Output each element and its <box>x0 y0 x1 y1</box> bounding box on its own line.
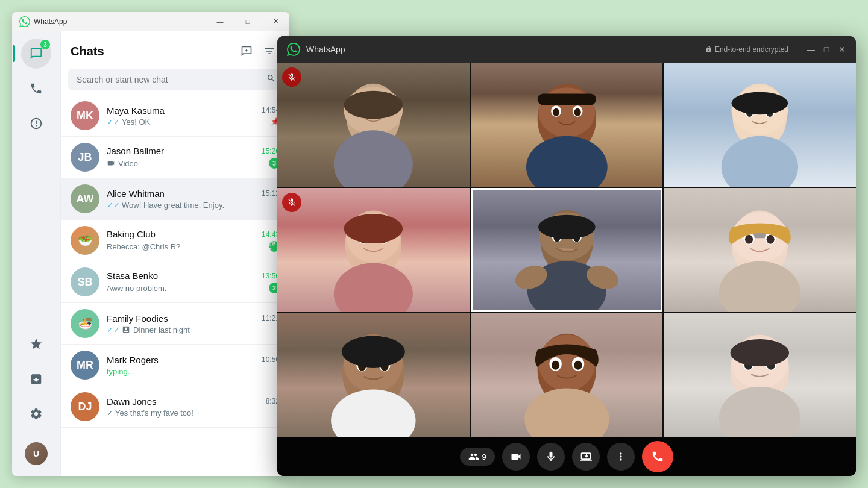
mute-indicator-1 <box>282 67 301 87</box>
participants-count[interactable]: 9 <box>460 448 494 466</box>
video-controls-bar: 9 <box>277 437 856 476</box>
chat-item-baking-club[interactable]: 🥗 Baking Club 14:43 Rebecca: @Chris R? @… <box>61 220 289 261</box>
video-cell-7 <box>277 313 470 437</box>
search-input[interactable] <box>68 69 282 90</box>
new-chat-icon <box>241 45 253 57</box>
participants-count-label: 9 <box>482 452 486 461</box>
svg-point-15 <box>526 136 608 187</box>
new-chat-button[interactable] <box>236 41 257 61</box>
baking-club-info: Baking Club 14:43 Rebecca: @Chris R? @ 1 <box>107 229 280 252</box>
sidebar-item-starred[interactable] <box>21 329 51 359</box>
person-8-face <box>471 313 663 437</box>
mic-icon <box>545 451 557 463</box>
encryption-indicator: End-to-end endcrypted <box>705 45 788 54</box>
minimize-button[interactable]: — <box>206 12 234 31</box>
sidebar-item-archived[interactable] <box>21 364 51 394</box>
person-4-face <box>277 188 470 312</box>
video-cell-8 <box>471 313 663 437</box>
svg-point-12 <box>553 108 559 116</box>
dawn-info: Dawn Jones 8:32 ✓ Yes that's my fave too… <box>107 396 280 418</box>
person-6-face <box>664 188 856 312</box>
main-whatsapp-window: WhatsApp — □ ✕ 3 <box>12 12 289 476</box>
user-avatar[interactable]: U <box>21 439 51 469</box>
video-cell-2 <box>471 63 663 187</box>
svg-point-24 <box>722 136 798 187</box>
header-actions <box>236 41 280 61</box>
mark-info: Mark Rogers 10:56 typing... <box>107 355 280 376</box>
chat-list-panel: Chats <box>60 31 289 476</box>
svg-rect-14 <box>537 94 596 105</box>
baking-club-avatar: 🥗 <box>71 226 99 255</box>
filter-icon <box>263 45 275 57</box>
person-5-face <box>473 190 661 310</box>
lock-icon <box>705 46 712 53</box>
main-window-title: WhatsApp <box>34 17 206 26</box>
mic-toggle-button[interactable] <box>537 443 565 471</box>
svg-point-77 <box>719 387 800 437</box>
svg-point-32 <box>344 214 403 243</box>
alice-avatar: AW <box>71 184 99 213</box>
close-button[interactable]: ✕ <box>262 12 289 31</box>
sidebar-item-settings[interactable] <box>21 399 51 429</box>
jason-name: Jason Ballmer <box>107 146 164 156</box>
person-7-face <box>277 313 470 437</box>
svg-point-68 <box>524 389 609 437</box>
svg-point-23 <box>732 92 788 114</box>
chat-item-family-foodies[interactable]: 🍜 Family Foodies 11:21 ✓✓ Dinner last ni… <box>61 303 289 345</box>
sidebar-item-chats[interactable]: 3 <box>21 39 51 69</box>
filter-button[interactable] <box>259 41 280 61</box>
chat-list-header: Chats <box>61 31 289 66</box>
video-close-button[interactable]: ✕ <box>838 45 846 54</box>
svg-point-50 <box>745 235 753 244</box>
sidebar-item-calls[interactable] <box>21 74 51 104</box>
more-options-button[interactable] <box>607 443 635 471</box>
jason-avatar: JB <box>71 143 99 172</box>
video-cell-6 <box>664 188 856 312</box>
dawn-avatar: DJ <box>71 392 99 421</box>
mark-preview: typing... <box>107 367 134 376</box>
svg-point-51 <box>767 235 775 244</box>
stasa-info: Stasa Benko 13:56 Aww no problem. 2 <box>107 271 280 293</box>
sidebar-item-status[interactable] <box>21 108 51 139</box>
maximize-button[interactable]: □ <box>234 12 262 31</box>
mute-indicator-4 <box>282 193 301 212</box>
chat-item-mark[interactable]: MR Mark Rogers 10:56 typing... <box>61 345 289 386</box>
baking-club-name: Baking Club <box>107 229 156 239</box>
video-icon <box>510 451 522 463</box>
chat-item-jason[interactable]: JB Jason Ballmer 15:26 Video 3 <box>61 137 289 178</box>
starred-icon <box>30 337 43 351</box>
video-maximize-button[interactable]: □ <box>822 45 831 54</box>
chat-item-stasa[interactable]: SB Stasa Benko 13:56 Aww no problem. 2 <box>61 261 289 303</box>
maya-avatar: MK <box>71 101 99 130</box>
jason-info: Jason Ballmer 15:26 Video 3 <box>107 146 280 169</box>
video-call-window: WhatsApp End-to-end endcrypted — □ ✕ <box>277 36 856 476</box>
calls-icon <box>30 82 43 95</box>
video-window-title: WhatsApp <box>306 45 699 54</box>
svg-point-7 <box>334 130 413 187</box>
stasa-preview: Aww no problem. <box>107 284 166 293</box>
person-9-face <box>664 313 856 437</box>
chat-item-dawn[interactable]: DJ Dawn Jones 8:32 ✓ Yes that's my fave … <box>61 386 289 428</box>
svg-point-63 <box>538 335 595 392</box>
chats-title: Chats <box>71 45 104 58</box>
family-foodies-preview: ✓✓ Dinner last night <box>107 325 190 334</box>
chat-item-maya[interactable]: MK Maya Kasuma 14:54 ✓✓ Yes! OK 📌 <box>61 95 289 137</box>
video-toggle-button[interactable] <box>502 443 530 471</box>
video-minimize-button[interactable]: — <box>807 45 815 54</box>
screen-share-button[interactable] <box>572 443 600 471</box>
svg-point-6 <box>344 91 403 119</box>
chat-item-alice[interactable]: AW Alice Whitman 15:12 ✓✓ Wow! Have grea… <box>61 178 289 220</box>
chats-badge: 3 <box>40 40 50 49</box>
participants-icon <box>468 451 479 462</box>
person-2-face <box>471 63 663 187</box>
video-cell-1 <box>277 63 470 187</box>
dawn-name: Dawn Jones <box>107 396 157 407</box>
end-call-button[interactable] <box>642 441 673 472</box>
end-call-icon <box>651 450 664 463</box>
svg-point-67 <box>574 361 582 370</box>
sidebar: 3 <box>12 31 60 476</box>
search-icon <box>266 74 276 86</box>
mark-avatar: MR <box>71 351 99 380</box>
video-window-controls: — □ ✕ <box>807 45 846 54</box>
maya-info: Maya Kasuma 14:54 ✓✓ Yes! OK 📌 <box>107 105 280 127</box>
